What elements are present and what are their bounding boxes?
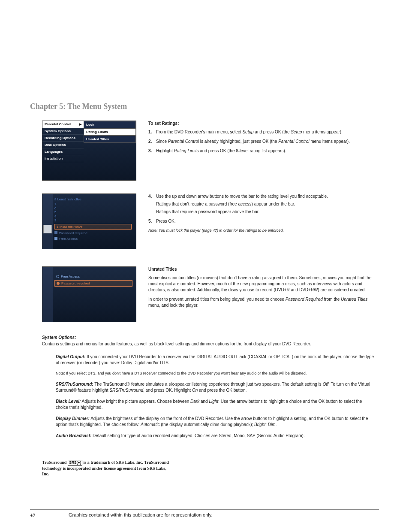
submenu-item: Lock (84, 121, 136, 128)
opt-digital-note: Note: If you select DTS, and you don't h… (56, 371, 376, 376)
chevron-right-icon: ▶ (79, 123, 81, 126)
note-lock: Note: You must lock the player (page 47)… (148, 228, 379, 233)
menu-item: System Options (42, 128, 84, 135)
slider-knob-icon (43, 225, 52, 233)
submenu-item: Unrated Titles (84, 136, 136, 143)
opt-srs: SRS/TruSurround: The TruSurround® featur… (56, 381, 376, 393)
step-4: 4. Use the up and down arrow buttons to … (148, 193, 379, 215)
unrated-screenshot: Free Access Password required (42, 266, 136, 322)
menu-item: Languages (42, 148, 84, 155)
chapter-title: Chapter 5: The Menu System (30, 102, 379, 111)
steps-list-a: 1. From the DVD Recorder's main menu, se… (148, 129, 379, 154)
step-5: 5. Press OK. (148, 218, 379, 224)
row-menu-steps: Parental Control▶ System Options Recordi… (42, 121, 379, 181)
opt-display-dimmer: Display Dimmer: Adjusts the brightness o… (56, 416, 376, 428)
rating-top-label: 8 Least restrictive (54, 197, 132, 201)
opt-digital-output: Digital Output: If you connected your DV… (56, 354, 376, 366)
unrated-p1: Some discs contain titles (or movies) th… (148, 275, 379, 293)
row-rating-steps: 8 Least restrictive 7 6 5 4 3 1 Most res… (42, 193, 379, 249)
legend-password: Password required (54, 231, 132, 235)
menu-item-parental: Parental Control▶ (42, 121, 84, 128)
step-2: 2. Since Parental Control is already hig… (148, 139, 379, 145)
unrated-p2: In order to prevent unrated titles from … (148, 296, 379, 308)
unrated-head: Unrated Titles (148, 266, 379, 272)
unrated-opt-password: Password required (54, 280, 132, 287)
trademark-text: TruSurround SRS(●) is a trademark of SRS… (42, 459, 171, 477)
system-options-head: System Options: (42, 335, 379, 340)
unrated-opt-free: Free Access (54, 274, 132, 279)
menu-item: Recording Options (42, 135, 84, 142)
page-number: 48 (30, 512, 69, 517)
system-options-intro: Contains settings and menus for audio fe… (42, 342, 379, 346)
to-set-ratings-head: To set Ratings: (148, 121, 379, 127)
menu-item: Disc Options (42, 142, 84, 148)
page-footer: 48 Graphics contained within this public… (30, 509, 379, 517)
opt-audio-broadcast: Audio Broadcast: Default setting for typ… (56, 433, 376, 439)
legend-free: Free Access (54, 237, 132, 241)
footer-text: Graphics contained within this publicati… (69, 512, 379, 517)
step-1: 1. From the DVD Recorder's main menu, se… (148, 129, 379, 135)
srs-logo-icon: SRS(●) (68, 460, 82, 466)
steps-list-b: 4. Use the up and down arrow buttons to … (148, 193, 379, 224)
menu-item: Installation (42, 155, 84, 162)
step-3: 3. Highlight Rating Limits and press OK … (148, 148, 379, 154)
rating-screenshot: 8 Least restrictive 7 6 5 4 3 1 Most res… (42, 193, 136, 249)
rating-bar: 1 Most restrictive (54, 224, 132, 230)
menu-screenshot: Parental Control▶ System Options Recordi… (42, 121, 136, 181)
row-unrated: Free Access Password required Unrated Ti… (42, 266, 379, 322)
opt-black-level: Black Level: Adjusts how bright the pict… (56, 399, 376, 411)
submenu-item: Rating Limits (84, 128, 136, 136)
